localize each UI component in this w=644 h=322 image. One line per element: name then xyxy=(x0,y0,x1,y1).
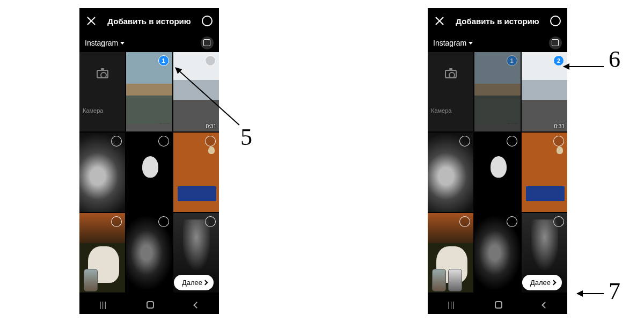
thumbnail[interactable] xyxy=(432,269,446,291)
selection-ring xyxy=(553,216,564,227)
selection-ring xyxy=(507,216,517,227)
source-label: Instagram xyxy=(85,39,118,47)
duration-label: 0:13 xyxy=(507,123,517,129)
camera-label: Камера xyxy=(79,107,103,114)
camera-icon xyxy=(445,70,457,78)
selection-ring xyxy=(553,136,564,147)
camera-tile[interactable]: Камера xyxy=(79,52,125,131)
camera-icon xyxy=(97,70,108,78)
media-tile[interactable] xyxy=(126,213,172,292)
thumbnail[interactable] xyxy=(84,269,98,291)
selected-thumbnails xyxy=(84,269,98,291)
nav-back-icon[interactable] xyxy=(193,302,200,309)
selection-ring xyxy=(158,136,169,147)
duration-label: 0:31 xyxy=(554,123,565,129)
android-navbar: ||| xyxy=(79,296,219,314)
page-title: Добавить в историю xyxy=(107,17,191,26)
nav-recent-icon[interactable]: ||| xyxy=(99,301,107,309)
settings-icon[interactable] xyxy=(550,16,561,26)
nav-home-icon[interactable] xyxy=(495,301,502,309)
callout-number: 5 xyxy=(240,123,252,151)
settings-icon[interactable] xyxy=(202,16,213,26)
selection-ring xyxy=(459,216,470,227)
source-bar: Instagram xyxy=(428,34,567,52)
source-label: Instagram xyxy=(433,39,466,47)
selection-badge: 2 xyxy=(553,55,564,66)
next-label: Далее xyxy=(530,279,551,287)
media-grid: Камера 1 0:13 2 0:31 xyxy=(428,52,567,292)
nav-recent-icon[interactable]: ||| xyxy=(448,301,455,309)
chevron-right-icon xyxy=(551,280,557,286)
chevron-right-icon xyxy=(203,280,208,286)
callout-arrow xyxy=(564,66,604,67)
chevron-down-icon xyxy=(120,42,125,45)
media-tile[interactable]: 1 0:13 xyxy=(126,52,172,131)
selection-ring xyxy=(507,136,517,147)
phone-screen-a: Добавить в историю Instagram Камера 1 0:… xyxy=(79,8,219,314)
next-label: Далее xyxy=(182,279,202,287)
media-tile[interactable]: 1 0:13 xyxy=(474,52,520,131)
selection-ring xyxy=(459,136,470,147)
page-title: Добавить в историю xyxy=(456,17,539,26)
close-icon[interactable] xyxy=(434,16,445,26)
phone-screen-b: Добавить в историю Instagram Камера 1 0:… xyxy=(428,8,567,314)
camera-tile[interactable]: Камера xyxy=(428,52,473,131)
selection-ring xyxy=(205,216,216,227)
duration-label: 0:13 xyxy=(159,123,169,129)
selected-thumbnails xyxy=(432,269,462,291)
nav-home-icon[interactable] xyxy=(147,301,154,309)
source-dropdown[interactable]: Instagram xyxy=(85,39,125,47)
callout-number: 7 xyxy=(609,277,620,305)
source-bar: Instagram xyxy=(79,34,219,52)
multi-select-icon[interactable] xyxy=(549,36,562,49)
multi-select-icon[interactable] xyxy=(201,36,214,49)
media-tile[interactable]: 0:31 xyxy=(173,52,219,131)
nav-back-icon[interactable] xyxy=(541,302,548,309)
media-tile[interactable] xyxy=(474,213,520,292)
selection-ring xyxy=(158,216,169,227)
selection-badge: 1 xyxy=(158,55,169,66)
selection-ring xyxy=(111,136,122,147)
duration-label: 0:31 xyxy=(206,123,216,129)
media-tile[interactable] xyxy=(79,133,125,212)
chevron-down-icon xyxy=(469,42,473,45)
media-tile[interactable]: 2 0:31 xyxy=(522,52,567,131)
camera-label: Камера xyxy=(428,107,451,114)
media-tile[interactable] xyxy=(474,133,520,212)
close-icon[interactable] xyxy=(86,16,97,26)
callout-number: 6 xyxy=(609,46,620,73)
header: Добавить в историю xyxy=(428,8,567,34)
media-tile[interactable] xyxy=(428,133,473,212)
media-tile[interactable] xyxy=(173,133,219,212)
selection-ring xyxy=(111,216,122,227)
thumbnail[interactable] xyxy=(448,269,462,291)
next-button[interactable]: Далее xyxy=(174,275,214,290)
android-navbar: ||| xyxy=(428,296,567,314)
selection-badge: 1 xyxy=(507,55,517,66)
callout-arrow xyxy=(577,293,604,294)
source-dropdown[interactable]: Instagram xyxy=(433,39,473,47)
selection-ring xyxy=(205,136,216,147)
selection-ring xyxy=(205,55,216,66)
media-tile[interactable] xyxy=(126,133,172,212)
media-tile[interactable] xyxy=(522,133,567,212)
next-button[interactable]: Далее xyxy=(522,275,562,290)
header: Добавить в историю xyxy=(79,8,219,34)
